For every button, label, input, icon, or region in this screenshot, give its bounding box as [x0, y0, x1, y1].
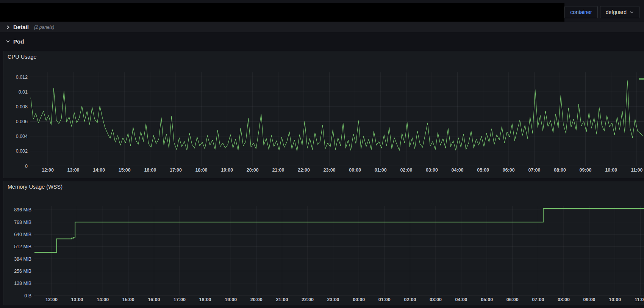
memory-usage-chart[interactable]: 0 B128 MiB256 MiB384 MiB512 MiB640 MiB76… [3, 181, 644, 305]
x-axis-tick-label: 23:00 [327, 297, 339, 302]
x-axis-tick-label: 20:00 [250, 297, 263, 302]
x-axis-tick-label: 16:00 [144, 167, 156, 173]
top-toolbar: container defguard [0, 0, 644, 22]
y-axis-tick-label: 0.008 [16, 104, 28, 109]
y-axis-tick-label: 0.002 [16, 149, 28, 154]
x-axis-tick-label: 08:00 [554, 167, 566, 173]
template-variable-group: container defguard [564, 6, 639, 18]
x-axis-tick-label: 17:00 [174, 297, 186, 302]
redacted-breadcrumb-area [0, 3, 564, 22]
x-axis-tick-label: 17:00 [170, 167, 182, 173]
x-axis-tick-label: 22:00 [298, 167, 310, 173]
x-axis-tick-label: 08:00 [558, 297, 570, 302]
panel-memory-usage: 0 B128 MiB256 MiB384 MiB512 MiB640 MiB76… [3, 181, 644, 305]
x-axis-tick-label: 02:00 [404, 297, 416, 302]
x-axis-tick-label: 18:00 [199, 297, 211, 302]
x-axis-tick-label: 14:00 [97, 297, 109, 302]
x-axis-tick-label: 19:00 [221, 167, 233, 173]
x-axis-tick-label: 03:00 [426, 167, 438, 173]
x-axis-tick-label: 05:00 [481, 297, 493, 302]
y-axis-tick-label: 128 MiB [14, 281, 31, 286]
x-axis-tick-label: 00:00 [353, 297, 365, 302]
x-axis-tick-label: 22:00 [302, 297, 314, 302]
chevron-right-icon [6, 25, 10, 30]
x-axis-tick-label: 13:00 [71, 297, 83, 302]
x-axis-tick-label: 10:00 [605, 167, 617, 173]
x-axis-tick-label: 12:00 [45, 297, 58, 302]
y-axis-tick-label: 768 MiB [14, 220, 31, 225]
x-axis-tick-label: 10:00 [609, 297, 621, 302]
y-axis-tick-label: 0.004 [16, 134, 28, 139]
variable-label-container[interactable]: container [564, 6, 598, 18]
y-axis-tick-label: 256 MiB [14, 269, 31, 274]
x-axis-tick-label: 23:00 [324, 167, 336, 173]
row-title: Detail [13, 24, 29, 30]
x-axis-tick-label: 11:00 [635, 297, 644, 302]
x-axis-tick-label: 06:00 [503, 167, 515, 173]
x-axis-tick-label: 18:00 [195, 167, 208, 173]
x-axis-tick-label: 13:00 [67, 167, 80, 173]
panel-cpu-usage: 00.0020.0040.0060.0080.010.01212:0013:00… [3, 51, 644, 178]
x-axis-tick-label: 11:00 [631, 167, 642, 173]
x-axis-tick-label: 04:00 [452, 167, 464, 173]
row-panel-count: (2 panels) [34, 25, 54, 30]
chevron-down-icon [6, 39, 10, 44]
variable-value-dropdown[interactable]: defguard [600, 6, 639, 18]
memory-usage-series-line [34, 208, 644, 252]
dashboard-row-detail[interactable]: Detail (2 panels) [0, 22, 644, 32]
x-axis-tick-label: 04:00 [455, 297, 467, 302]
cpu-usage-chart[interactable]: 00.0020.0040.0060.0080.010.01212:0013:00… [3, 51, 644, 178]
x-axis-tick-label: 15:00 [119, 167, 131, 173]
x-axis-tick-label: 20:00 [247, 167, 259, 173]
x-axis-tick-label: 07:00 [532, 297, 544, 302]
series-edge-marker [639, 78, 644, 80]
dashboard-row-pod[interactable]: Pod [6, 36, 24, 46]
x-axis-tick-label: 03:00 [430, 297, 442, 302]
x-axis-tick-label: 14:00 [93, 167, 105, 173]
y-axis-tick-label: 0.006 [16, 119, 28, 124]
y-axis-tick-label: 0 B [24, 293, 31, 299]
x-axis-tick-label: 06:00 [506, 297, 519, 302]
row-title: Pod [13, 38, 24, 45]
x-axis-tick-label: 21:00 [276, 297, 288, 302]
variable-value-text: defguard [606, 9, 627, 15]
x-axis-tick-label: 09:00 [583, 297, 596, 302]
y-axis-tick-label: 0 [25, 164, 28, 169]
x-axis-tick-label: 21:00 [272, 167, 284, 173]
cpu-usage-series-line [31, 81, 643, 151]
y-axis-tick-label: 512 MiB [14, 244, 31, 249]
y-axis-tick-label: 896 MiB [14, 207, 31, 213]
x-axis-tick-label: 19:00 [225, 297, 237, 302]
panel-title[interactable]: CPU Usage [8, 54, 37, 60]
x-axis-tick-label: 16:00 [148, 297, 160, 302]
x-axis-tick-label: 15:00 [122, 297, 134, 302]
y-axis-tick-label: 384 MiB [14, 256, 31, 262]
x-axis-tick-label: 05:00 [477, 167, 489, 173]
panel-title[interactable]: Memory Usage (WSS) [8, 184, 63, 190]
x-axis-tick-label: 01:00 [375, 167, 387, 173]
x-axis-tick-label: 09:00 [580, 167, 592, 173]
x-axis-tick-label: 00:00 [349, 167, 361, 173]
y-axis-tick-label: 0.01 [19, 89, 28, 95]
y-axis-tick-label: 640 MiB [14, 232, 31, 237]
x-axis-tick-label: 01:00 [378, 297, 391, 302]
x-axis-tick-label: 07:00 [528, 167, 540, 173]
y-axis-tick-label: 0.012 [16, 75, 28, 80]
x-axis-tick-label: 02:00 [400, 167, 412, 173]
chevron-down-icon [630, 10, 634, 14]
x-axis-tick-label: 12:00 [42, 167, 54, 173]
variable-label-text: container [570, 9, 592, 15]
